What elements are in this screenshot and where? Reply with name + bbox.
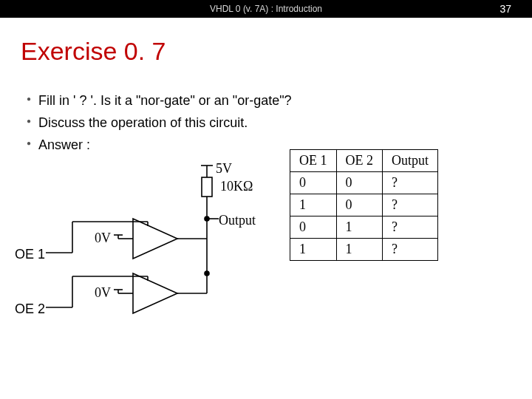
th-oe2: OE 2: [336, 150, 383, 172]
table-row: 1 1 ?: [290, 239, 438, 261]
svg-marker-8: [133, 219, 177, 259]
bullet-dot-icon: ●: [27, 91, 31, 107]
th-output: Output: [383, 150, 438, 172]
bullet-list: ● Fill in ' ? '. Is it a "nor-gate" or a…: [27, 91, 532, 156]
bullet-dot-icon: ●: [27, 113, 31, 129]
tristate-buffer-2: [46, 273, 207, 313]
slide-header: VHDL 0 (v. 7A) : Introduction 37: [0, 0, 532, 18]
bullet-text: Fill in ' ? '. Is it a "nor-gate" or an …: [38, 91, 292, 112]
circuit-diagram: [0, 148, 296, 332]
cell: ?: [383, 216, 438, 239]
cell: ?: [383, 194, 438, 216]
table-row: 0 0 ?: [290, 172, 438, 194]
cell: 1: [336, 239, 383, 261]
cell: ?: [383, 239, 438, 261]
bullet-text: Discuss the operation of this circuit.: [38, 113, 248, 134]
svg-marker-17: [133, 273, 177, 313]
bullet-item: ● Fill in ' ? '. Is it a "nor-gate" or a…: [27, 91, 532, 112]
cell: 0: [336, 194, 383, 216]
table-row: 0 1 ?: [290, 216, 438, 239]
cell: 1: [290, 194, 337, 216]
cell: 1: [336, 216, 383, 239]
slide-content: 5V 10KΩ Output OE 1 OE 2 0V 0V: [0, 148, 532, 399]
cell: 0: [336, 172, 383, 194]
cell: 1: [290, 239, 337, 261]
header-title: VHDL 0 (v. 7A) : Introduction: [0, 0, 532, 18]
bullet-item: ● Discuss the operation of this circuit.: [27, 113, 532, 134]
header-page-number: 37: [499, 0, 511, 18]
tristate-buffer-1: [46, 219, 207, 259]
table-row: 1 0 ?: [290, 194, 438, 216]
cell: 0: [290, 172, 337, 194]
table-header-row: OE 1 OE 2 Output: [290, 150, 438, 172]
cell: ?: [383, 172, 438, 194]
svg-rect-2: [202, 177, 212, 197]
cell: 0: [290, 216, 337, 239]
truth-table: OE 1 OE 2 Output 0 0 ? 1 0 ? 0 1 ? 1 1 ?: [290, 149, 438, 261]
slide-title: Exercise 0. 7: [21, 37, 532, 66]
th-oe1: OE 1: [290, 150, 337, 172]
